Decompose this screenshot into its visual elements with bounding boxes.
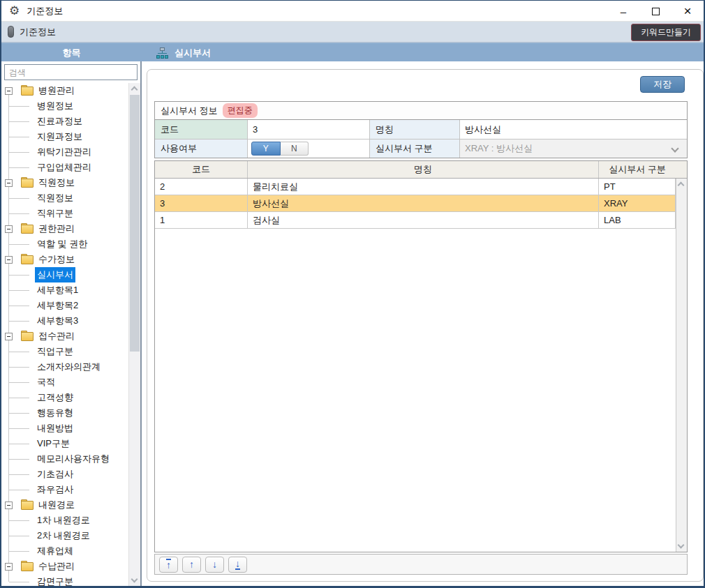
close-button[interactable]: × [671,1,704,22]
tree-item[interactable]: 감면구분 [1,574,128,586]
tree-folder-row[interactable]: 내원경로 [1,497,128,513]
collapse-icon [5,179,13,187]
name-label: 명칭 [370,120,460,139]
tree-branch-line [9,459,29,460]
tree-item[interactable]: 좌우검사 [1,482,128,497]
move-first-button[interactable]: ↑ [159,557,178,573]
table-scroll-up-icon[interactable] [678,182,685,189]
tree-item[interactable]: 지원과정보 [1,129,128,144]
tree-folder-row[interactable]: 병원관리 [1,83,128,98]
tree-item[interactable]: 구입업체관리 [1,160,128,175]
tree-folder-row[interactable]: 직원정보 [1,175,128,190]
tree-branch-line [9,321,29,322]
tree-item[interactable]: 세부항목1 [1,282,128,298]
tree-item[interactable]: 제휴업체 [1,543,128,559]
tree-branch-line [9,582,29,582]
tree-branch-line [9,167,29,168]
sidebar-scrollbar[interactable] [128,83,140,586]
move-down-button[interactable]: ↓ [205,557,224,573]
breadcrumb-bar: 기준정보 키워드만들기 [1,22,704,43]
table-row[interactable]: 3방사선실XRAY [155,195,687,212]
tree-item[interactable]: 직위구분 [1,206,128,221]
tree-item-label: 고객성향 [35,390,75,405]
col-type[interactable]: 실시부서 구분 [599,161,676,178]
tree-folder-label: 접수관리 [36,329,77,344]
reorder-toolbar: ↑↑↓↓ [154,554,688,575]
tree-item[interactable]: 역할 및 권한 [1,236,128,252]
tree-folder-row[interactable]: 권한관리 [1,221,128,236]
gear-icon: ⚙ [9,5,20,17]
tree-item[interactable]: 세부항목2 [1,298,128,313]
make-keyword-button[interactable]: 키워드만들기 [631,24,701,41]
table-row[interactable]: 2물리치료실PT [155,179,687,195]
tree-branch-line [9,520,29,521]
col-code[interactable]: 코드 [155,161,248,178]
tree-item[interactable]: 진료과정보 [1,114,128,129]
collapse-icon [5,502,13,509]
tree-branch-line [9,106,29,107]
move-last-button[interactable]: ↓ [228,557,247,573]
tree-item-label: 행동유형 [35,405,75,421]
folder-icon [21,255,32,264]
title-bar: ⚙ 기준정보 – × [1,1,704,22]
tree-item[interactable]: 고객성향 [1,390,128,405]
collapse-icon [5,256,13,264]
col-name[interactable]: 명칭 [248,161,599,178]
table-scrollbar[interactable] [676,179,687,552]
code-label: 코드 [155,120,248,139]
tree-item[interactable]: 소개자와의관계 [1,359,128,375]
scroll-up-icon[interactable] [131,86,138,93]
tree-item[interactable]: 위탁기관관리 [1,144,128,160]
chevron-down-icon [671,144,678,152]
tree-folder-label: 수가정보 [36,252,77,267]
tree-folder-row[interactable]: 수납관리 [1,559,128,574]
tree-item[interactable]: 내원방법 [1,421,128,436]
section-header-bar: 항목 실시부서 [1,43,704,61]
folder-icon [21,332,32,340]
tree-item[interactable]: 메모리사용자유형 [1,451,128,467]
tree-item-label: 1차 내원경로 [35,513,92,528]
scrollbar-thumb[interactable] [130,95,140,352]
scroll-down-icon[interactable] [131,576,138,583]
tree-item[interactable]: 국적 [1,375,128,390]
use-toggle-cell: Y N [248,140,370,158]
tree-folder-row[interactable]: 수가정보 [1,252,128,267]
tree-group: 수가정보실시부서세부항목1세부항목2세부항목3 [1,252,128,329]
move-first-icon: ↑ [166,559,171,570]
type-dropdown[interactable]: XRAY : 방사선실 [460,140,687,158]
tree-item[interactable]: 기초검사 [1,467,128,482]
search-input[interactable] [4,64,138,80]
move-up-button[interactable]: ↑ [182,557,201,573]
code-field[interactable]: 3 [248,120,370,139]
tree-item-label: 위탁기관관리 [35,144,94,160]
tree-folder-row[interactable]: 접수관리 [1,329,128,344]
tree-item[interactable]: 1차 내원경로 [1,513,128,528]
tree-item[interactable]: 행동유형 [1,405,128,421]
minimize-button[interactable]: – [607,1,639,22]
type-dropdown-value: XRAY : 방사선실 [465,142,533,155]
use-yn-toggle[interactable]: Y N [251,142,309,156]
table-row[interactable]: 1검사실LAB [155,212,687,229]
cell-name: 방사선실 [248,195,599,211]
maximize-button[interactable] [639,1,671,22]
org-chart-icon [156,47,168,59]
toggle-no[interactable]: N [281,142,309,156]
tree-item[interactable]: 세부항목3 [1,313,128,329]
name-field[interactable]: 방사선실 [460,120,687,139]
tree-branch-line [9,352,29,352]
save-button[interactable]: 저장 [640,76,685,93]
tree-item[interactable]: 2차 내원경로 [1,528,128,543]
toggle-yes[interactable]: Y [251,142,281,156]
tree-item-label: 제휴업체 [35,543,75,559]
tree-item[interactable]: 병원정보 [1,98,128,114]
type-label: 실시부서 구분 [370,140,460,158]
tree-item-label: 실시부서 [35,267,75,282]
tree-item[interactable]: 직원정보 [1,190,128,206]
tree-item[interactable]: 직업구분 [1,344,128,359]
tree-item[interactable]: 실시부서 [1,267,128,282]
tree-item-label: 좌우검사 [35,482,75,497]
tree-item[interactable]: VIP구분 [1,436,128,451]
table-scroll-down-icon[interactable] [678,542,685,549]
collapse-icon [5,333,13,340]
tree-branch-line [9,244,29,245]
